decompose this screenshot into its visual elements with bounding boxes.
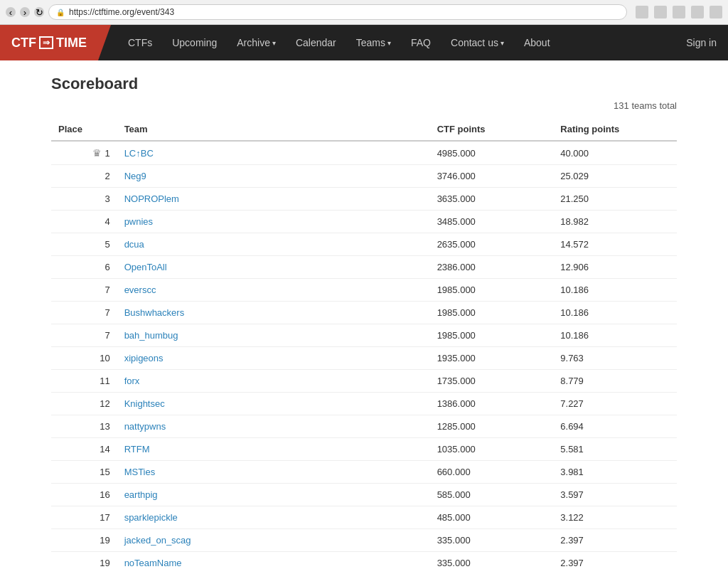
- menu-icon[interactable]: [710, 6, 722, 18]
- teams-dropdown-arrow: ▾: [387, 39, 391, 47]
- place-number: 7: [105, 330, 109, 341]
- rating-points-cell: 2.397: [553, 552, 677, 575]
- nav-calendar[interactable]: Calendar: [287, 25, 345, 60]
- logo-text: CTF ⇒ TIME: [11, 36, 87, 51]
- team-link[interactable]: Bushwhackers: [124, 307, 185, 318]
- scoreboard-table: Place Team CTF points Rating points ♛1LC…: [51, 118, 677, 574]
- team-link[interactable]: pwnies: [124, 216, 153, 227]
- nav-teams[interactable]: Teams ▾: [348, 25, 400, 60]
- team-link[interactable]: xipigeons: [124, 353, 164, 363]
- rating-points-cell: 10.186: [553, 279, 677, 302]
- team-link[interactable]: nattypwns: [124, 421, 166, 432]
- team-link[interactable]: noTeamName: [124, 558, 182, 568]
- place-cell: 13: [51, 415, 117, 438]
- firefox-icon[interactable]: [654, 6, 667, 18]
- cast-icon[interactable]: [673, 6, 685, 18]
- team-cell: dcua: [117, 233, 430, 256]
- ctf-points-cell: 3635.000: [430, 188, 554, 211]
- place-number: 14: [100, 444, 109, 455]
- place-number: 1: [105, 148, 109, 159]
- team-link[interactable]: RTFM: [124, 444, 150, 455]
- place-number: 12: [100, 398, 109, 409]
- place-cell: 7: [51, 302, 117, 324]
- ctf-points-cell: 3485.000: [430, 211, 554, 233]
- team-link[interactable]: jacked_on_scag: [124, 535, 191, 546]
- place-number: 15: [100, 467, 109, 477]
- address-bar[interactable]: 🔒 https://ctftime.org/event/343: [48, 4, 627, 20]
- ctf-points-cell: 585.000: [430, 484, 554, 506]
- nav-contact[interactable]: Contact us ▾: [442, 25, 513, 60]
- nav-spacer: [559, 25, 675, 60]
- team-link[interactable]: Neg9: [124, 171, 146, 181]
- team-cell: jacked_on_scag: [117, 529, 430, 552]
- contact-dropdown-arrow: ▾: [500, 39, 504, 47]
- place-number: 6: [105, 262, 109, 272]
- team-link[interactable]: everscc: [124, 285, 156, 295]
- team-link[interactable]: forx: [124, 376, 140, 386]
- team-cell: Bushwhackers: [117, 302, 430, 324]
- team-cell: noTeamName: [117, 552, 430, 575]
- rating-points-cell: 21.250: [553, 188, 677, 211]
- team-link[interactable]: OpenToAll: [124, 262, 167, 272]
- sign-in-link[interactable]: Sign in: [675, 25, 728, 60]
- team-cell: Neg9: [117, 165, 430, 188]
- team-link[interactable]: sparklepickle: [124, 512, 178, 523]
- team-link[interactable]: Knightsec: [124, 398, 165, 409]
- table-row: 4pwnies3485.00018.982: [51, 211, 677, 233]
- rating-points-cell: 5.581: [553, 438, 677, 461]
- place-number: 19: [100, 558, 109, 568]
- ctf-points-cell: 1985.000: [430, 324, 554, 347]
- team-cell: RTFM: [117, 438, 430, 461]
- table-row: ♛1LC↑BC4985.00040.000: [51, 141, 677, 165]
- place-number: 17: [100, 512, 109, 523]
- nav-about[interactable]: About: [515, 25, 559, 60]
- table-row: 7everscc1985.00010.186: [51, 279, 677, 302]
- ctf-points-cell: 1285.000: [430, 415, 554, 438]
- place-cell: 11: [51, 370, 117, 393]
- logo[interactable]: CTF ⇒ TIME: [0, 25, 98, 60]
- browser-chrome: ‹ › ↻ 🔒 https://ctftime.org/event/343: [0, 0, 728, 25]
- place-cell: 14: [51, 438, 117, 461]
- team-cell: earthpig: [117, 484, 430, 506]
- team-link[interactable]: NOPROPlem: [124, 193, 179, 204]
- table-row: 15MSTies660.0003.981: [51, 461, 677, 484]
- nav-archive[interactable]: Archive ▾: [228, 25, 284, 60]
- team-link[interactable]: MSTies: [124, 467, 156, 477]
- place-cell: 7: [51, 324, 117, 347]
- team-link[interactable]: bah_humbug: [124, 330, 178, 341]
- back-button[interactable]: ‹: [6, 7, 16, 17]
- table-row: 17sparklepickle485.0003.122: [51, 506, 677, 529]
- nav-upcoming[interactable]: Upcoming: [164, 25, 225, 60]
- place-cell: 7: [51, 279, 117, 302]
- table-row: 14RTFM1035.0005.581: [51, 438, 677, 461]
- place-cell: 12: [51, 393, 117, 415]
- ctf-points-cell: 485.000: [430, 506, 554, 529]
- team-cell: forx: [117, 370, 430, 393]
- logo-time: TIME: [56, 36, 87, 51]
- team-link[interactable]: earthpig: [124, 489, 158, 500]
- place-cell: 3: [51, 188, 117, 211]
- rating-points-cell: 6.694: [553, 415, 677, 438]
- ctf-points-cell: 1935.000: [430, 347, 554, 370]
- nav-faq[interactable]: FAQ: [402, 25, 439, 60]
- rating-points-cell: 3.981: [553, 461, 677, 484]
- header-place: Place: [51, 118, 117, 141]
- archive-dropdown-arrow: ▾: [272, 39, 276, 47]
- logo-arrow-icon: ⇒: [39, 36, 53, 49]
- team-link[interactable]: dcua: [124, 239, 144, 250]
- rating-points-cell: 2.397: [553, 529, 677, 552]
- place-number: 11: [100, 376, 109, 386]
- place-cell: 16: [51, 484, 117, 506]
- forward-button[interactable]: ›: [20, 7, 30, 17]
- ctf-points-cell: 3746.000: [430, 165, 554, 188]
- team-cell: everscc: [117, 279, 430, 302]
- refresh-button[interactable]: ↻: [34, 7, 44, 17]
- team-link[interactable]: LC↑BC: [124, 148, 154, 159]
- team-cell: NOPROPlem: [117, 188, 430, 211]
- table-row: 10xipigeons1935.0009.763: [51, 347, 677, 370]
- nav-ctfs[interactable]: CTFs: [119, 25, 161, 60]
- place-cell: 15: [51, 461, 117, 484]
- window-icon[interactable]: [691, 6, 704, 18]
- place-number: 10: [100, 353, 109, 363]
- star-icon[interactable]: [636, 6, 648, 18]
